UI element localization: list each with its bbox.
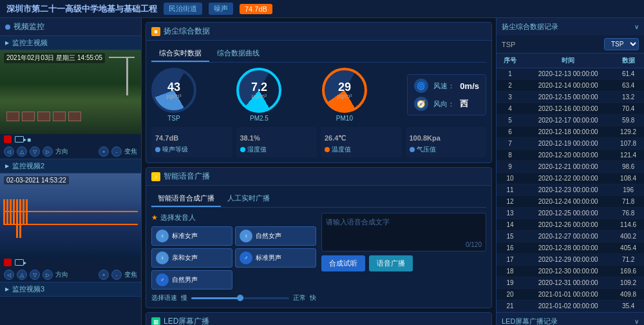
main-layout: 视频监控 监控主视频 2021年02月03日 星期三 14:55:05: [0, 18, 644, 325]
cell-value: 169.6: [612, 266, 644, 277]
camera2-label[interactable]: 监控视频2: [0, 159, 141, 173]
cell-no: 17: [497, 254, 524, 266]
cell-value: 35.4: [612, 300, 644, 312]
table-row: 7 2020-12-19 00:00:00 107.8: [497, 138, 644, 150]
cell-no: 1: [497, 68, 524, 80]
led-record-title: LED屏幕广播记录: [502, 317, 558, 325]
cell-time: 2020-12-29 00:00:00: [524, 254, 612, 266]
broadcast-btn[interactable]: 语音广播: [369, 255, 413, 271]
gauge-pm10-circle: 29 μg/m³: [322, 68, 367, 113]
cell-value: 98.6: [612, 161, 644, 173]
dust-record-section: 扬尘综合数据记录 ∨ TSP TSP 序号 时间 数据 1 2020-12-13: [497, 18, 644, 313]
cell-time: 2020-12-23 00:00:00: [524, 184, 612, 196]
voice-char-count: 0/120: [466, 241, 482, 248]
direction-label: 方向: [55, 147, 68, 156]
cell-value: 13.2: [612, 92, 644, 103]
video-section-header: 视频监控: [0, 18, 141, 36]
stats-row: 74.7dB 噪声等级 38.1% 湿度值: [151, 127, 486, 157]
camera3-label[interactable]: 监控视频3: [0, 282, 141, 297]
speaker-female-natural-avatar: ♀: [240, 230, 252, 242]
led-record-header[interactable]: LED屏幕广播记录 ∨: [497, 313, 644, 325]
table-row: 21 2021-01-02 00:00:00 35.4: [497, 300, 644, 312]
cell-no: 21: [497, 300, 524, 312]
speed-slider[interactable]: [191, 297, 289, 299]
table-row: 10 2020-12-22 00:00:00 108.4: [497, 173, 644, 184]
voice-buttons: 合成试听 语音广播: [321, 255, 486, 271]
speaker-female-natural[interactable]: ♀ 自然女声: [235, 226, 316, 246]
tab-curve[interactable]: 综合数据曲线: [209, 46, 267, 62]
camera2-direction-down[interactable]: ▽: [30, 270, 40, 280]
gauge-tsp-circle: 43 μg/m³: [151, 68, 196, 113]
voice-tab-ai[interactable]: 智能语音合成广播: [151, 191, 221, 207]
camera2-camera-icon[interactable]: [15, 259, 24, 266]
col-time: 时间: [524, 54, 612, 68]
stat-noise-label: 噪声等级: [155, 145, 229, 154]
gauge-tsp-value: 43: [167, 81, 180, 93]
camera-icon[interactable]: [15, 136, 24, 143]
speaker-female-standard[interactable]: ♀ 标准女声: [151, 226, 232, 246]
camera2-zoom-out[interactable]: -: [111, 270, 122, 280]
voice-tab-live[interactable]: 人工实时广播: [221, 191, 276, 207]
tab-realtime[interactable]: 综合实时数据: [151, 46, 209, 62]
zoom-out-btn[interactable]: -: [111, 146, 122, 157]
gauge-pm10: 29 μg/m³ PM10: [322, 68, 367, 122]
camera2-direction-left[interactable]: ◁: [4, 270, 14, 280]
speed-thumb: [237, 295, 243, 301]
stat-noise: 74.7dB 噪声等级: [151, 127, 232, 157]
direction-btn-right[interactable]: ▷: [43, 146, 53, 157]
speaker-male-standard[interactable]: ♂ 标准男声: [235, 248, 316, 268]
cell-no: 8: [497, 150, 524, 161]
synthesize-btn[interactable]: 合成试听: [321, 255, 365, 271]
camera2-direction-up[interactable]: △: [17, 270, 27, 280]
wind-speed-icon: 🌀: [414, 79, 428, 93]
speaker-male-natural[interactable]: ♂ 自然男声: [151, 270, 232, 290]
direction-btn-left[interactable]: ◁: [4, 146, 14, 157]
noise-label[interactable]: 噪声: [209, 3, 233, 15]
cell-time: 2020-12-25 00:00:00: [524, 208, 612, 219]
stat-pressure-value: 100.8Kpa: [410, 130, 483, 144]
voice-text-area[interactable]: 请输入语音合成文字 0/120: [321, 213, 486, 251]
wind-direction-row: 🧭 风向： 西: [414, 97, 479, 111]
cell-time: 2020-12-15 00:00:00: [524, 92, 612, 103]
direction-btn-up[interactable]: △: [17, 146, 27, 157]
camera2-direction-right[interactable]: ▷: [43, 270, 53, 280]
cell-time: 2020-12-31 00:00:00: [524, 277, 612, 289]
gauge-pm10-unit: μg/m³: [337, 93, 352, 99]
cell-value: 59.8: [612, 115, 644, 126]
speaker-male-natural-avatar: ♂: [156, 273, 169, 286]
camera1-label[interactable]: 监控主视频: [0, 36, 141, 50]
wind-speed-label: 风速：: [433, 81, 455, 91]
cell-no: 11: [497, 184, 524, 196]
wind-direction-value: 西: [460, 98, 468, 110]
cell-value: 63.4: [612, 80, 644, 92]
camera2-record-icon[interactable]: [4, 259, 12, 266]
voice-left: ★ 选择发音人 ♀ 标准女声 ♀ 自然女声: [151, 213, 316, 302]
cell-time: 2020-12-21 00:00:00: [524, 161, 612, 173]
cell-value: 114.6: [612, 219, 644, 231]
collapse-led-icon: ∨: [634, 318, 639, 325]
record-icon[interactable]: [4, 135, 12, 143]
cell-no: 6: [497, 126, 524, 138]
location-tag[interactable]: 民治街道: [164, 3, 202, 15]
speaker-female-warm[interactable]: ♀ 亲和女声: [151, 248, 232, 268]
speed-fast: 快: [310, 293, 316, 302]
cell-time: 2020-12-28 00:00:00: [524, 242, 612, 254]
camera2-video: 02-03-2021 14:53:22: [0, 173, 141, 257]
cell-time: 2020-12-26 00:00:00: [524, 219, 612, 231]
tsp-select[interactable]: TSP: [604, 38, 639, 50]
cell-time: 2020-12-24 00:00:00: [524, 196, 612, 208]
cell-no: 12: [497, 196, 524, 208]
dust-record-header[interactable]: 扬尘综合数据记录 ∨: [497, 18, 644, 35]
cell-time: 2020-12-18 00:00:00: [524, 126, 612, 138]
zoom-in-btn[interactable]: +: [99, 146, 109, 157]
cell-no: 2: [497, 80, 524, 92]
left-panel: 视频监控 监控主视频 2021年02月03日 星期三 14:55:05: [0, 18, 142, 325]
gauge-tsp-label: TSP: [167, 115, 180, 122]
direction-btn-down[interactable]: ▽: [30, 146, 40, 157]
wind-direction-label: 风向：: [433, 99, 455, 109]
voice-card-header: ♪ 智能语音广播: [146, 168, 491, 186]
tsp-row: TSP TSP: [497, 35, 644, 54]
camera2-zoom-in[interactable]: +: [99, 270, 109, 280]
speaker-male-standard-avatar: ♂: [240, 251, 252, 264]
voice-card: ♪ 智能语音广播 智能语音合成广播 人工实时广播 ★ 选择发音人: [146, 167, 492, 308]
